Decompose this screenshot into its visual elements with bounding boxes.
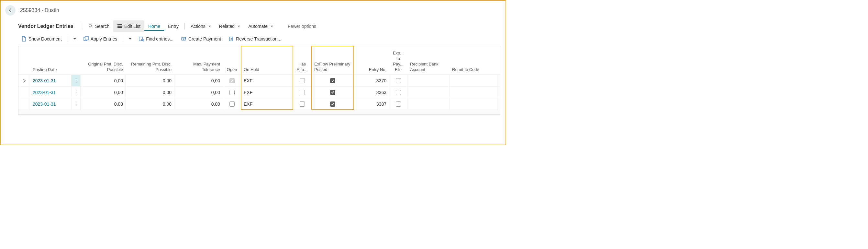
row-menu[interactable]: ⋮ [71, 98, 81, 110]
checkbox[interactable] [300, 78, 305, 83]
cell-entry-no: 3387 [354, 98, 389, 110]
checkbox[interactable] [229, 78, 235, 83]
row-menu[interactable]: ⋮ [71, 87, 81, 98]
svg-rect-2 [118, 26, 122, 27]
edit-list-icon [117, 23, 122, 29]
back-button[interactable] [5, 5, 16, 16]
cell-remit-to[interactable] [450, 98, 497, 110]
search-button[interactable]: Search [84, 21, 113, 32]
checkbox[interactable] [396, 78, 401, 83]
svg-rect-10 [229, 37, 233, 41]
table-row[interactable]: 2023-01-31 ⋮ 0,00 0,00 0,00 EXF 3387 [19, 98, 500, 110]
cell-exflow [312, 87, 354, 98]
ledger-table: Posting Date Original Pmt. Disc. Possibl… [18, 46, 500, 115]
checkbox[interactable] [396, 102, 401, 107]
svg-rect-8 [182, 37, 185, 40]
cell-remit-to[interactable] [450, 87, 497, 98]
apply-entries-more[interactable] [126, 35, 134, 43]
menu-related[interactable]: Related [215, 21, 244, 32]
svg-rect-1 [118, 24, 122, 25]
cell-max-tol: 0,00 [175, 75, 223, 86]
cell-posting-date[interactable]: 2023-01-31 [30, 75, 71, 86]
col-posting-date[interactable]: Posting Date [30, 46, 71, 75]
cell-exflow [312, 98, 354, 110]
page-title: Vendor Ledger Entries [18, 23, 80, 29]
cell-open [223, 87, 241, 98]
cell-posting-date[interactable]: 2023-01-31 [30, 87, 71, 98]
col-exp-file[interactable]: Exp... to Pay... File [389, 46, 407, 75]
svg-rect-3 [118, 27, 122, 28]
col-menu [71, 46, 81, 75]
col-arrow [19, 46, 30, 75]
col-on-hold[interactable]: On Hold [241, 46, 293, 75]
col-orig-pmt-disc[interactable]: Original Pmt. Disc. Possible [81, 46, 126, 75]
cell-has-atta [293, 75, 312, 86]
cell-rem-disc: 0,00 [126, 75, 175, 86]
cell-on-hold[interactable]: EXF [241, 87, 293, 98]
cell-entry-no: 3363 [354, 87, 389, 98]
col-recipient-bank[interactable]: Recipient Bank Account [407, 46, 450, 75]
col-entry-no[interactable]: Entry No. [354, 46, 389, 75]
cell-has-atta [293, 87, 312, 98]
checkbox[interactable] [300, 102, 305, 107]
cell-on-hold[interactable]: EXF [241, 98, 293, 110]
col-remit-to[interactable]: Remit-to Code [450, 46, 497, 75]
chevron-down-icon [270, 24, 274, 29]
fewer-options-button[interactable]: Fewer options [284, 21, 320, 32]
cell-posting-date[interactable]: 2023-01-31 [30, 98, 71, 110]
chevron-down-icon [237, 24, 241, 29]
col-exflow[interactable]: ExFlow Preliminary Posted [312, 46, 354, 75]
tab-home[interactable]: Home [144, 22, 164, 31]
arrow-left-icon [7, 7, 13, 13]
create-payment-label: Create Payment [188, 36, 221, 42]
checkbox[interactable] [330, 90, 335, 95]
col-max-tolerance[interactable]: Max. Payment Tolerance [175, 46, 223, 75]
cell-max-tol: 0,00 [175, 87, 223, 98]
svg-point-0 [89, 24, 91, 27]
cell-max-tol: 0,00 [175, 98, 223, 110]
svg-rect-5 [85, 37, 88, 40]
reverse-icon [229, 36, 234, 42]
separator [82, 23, 82, 29]
table-footer [19, 110, 500, 114]
edit-list-button[interactable]: Edit List [113, 21, 144, 32]
row-indicator [19, 87, 30, 98]
find-entries-label: Find entries... [146, 36, 174, 42]
col-has-atta[interactable]: Has Atta... [293, 46, 312, 75]
col-rem-pmt-disc[interactable]: Remaining Pmt. Disc. Possible [126, 46, 175, 75]
cell-entry-no: 3370 [354, 75, 389, 86]
cell-remit-to[interactable] [450, 75, 497, 86]
menu-actions-label: Actions [191, 24, 206, 29]
reverse-transaction-label: Reverse Transaction... [236, 36, 281, 42]
cell-on-hold[interactable]: EXF [241, 75, 293, 86]
table-row[interactable]: 2023-01-31 ⋮ 0,00 0,00 0,00 EXF 3370 [19, 75, 500, 87]
table-row[interactable]: 2023-01-31 ⋮ 0,00 0,00 0,00 EXF 3363 [19, 87, 500, 98]
col-open[interactable]: Open [223, 46, 241, 75]
search-label: Search [95, 24, 110, 29]
menu-automate[interactable]: Automate [244, 21, 277, 32]
separator [68, 36, 68, 42]
checkbox[interactable] [300, 90, 305, 95]
apply-entries-icon [84, 36, 89, 42]
find-entries-button[interactable]: Find entries... [135, 35, 177, 43]
create-payment-button[interactable]: Create Payment [178, 35, 224, 43]
checkbox[interactable] [396, 90, 401, 95]
cell-recipient-bank[interactable] [407, 98, 450, 110]
checkbox[interactable] [330, 78, 335, 83]
cell-exp-file [389, 75, 407, 86]
show-document-button[interactable]: Show Document [18, 35, 65, 43]
checkbox[interactable] [330, 102, 335, 107]
checkbox[interactable] [229, 90, 235, 95]
checkbox[interactable] [229, 102, 235, 107]
reverse-transaction-button[interactable]: Reverse Transaction... [225, 35, 284, 43]
show-document-more[interactable] [70, 35, 79, 43]
find-icon [139, 36, 144, 42]
menu-actions[interactable]: Actions [187, 21, 215, 32]
row-menu[interactable]: ⋮ [71, 75, 81, 86]
cell-recipient-bank[interactable] [407, 75, 450, 86]
show-document-label: Show Document [29, 36, 62, 42]
cell-orig-disc: 0,00 [81, 87, 126, 98]
cell-recipient-bank[interactable] [407, 87, 450, 98]
tab-entry[interactable]: Entry [164, 21, 183, 32]
apply-entries-button[interactable]: Apply Entries [80, 35, 120, 43]
